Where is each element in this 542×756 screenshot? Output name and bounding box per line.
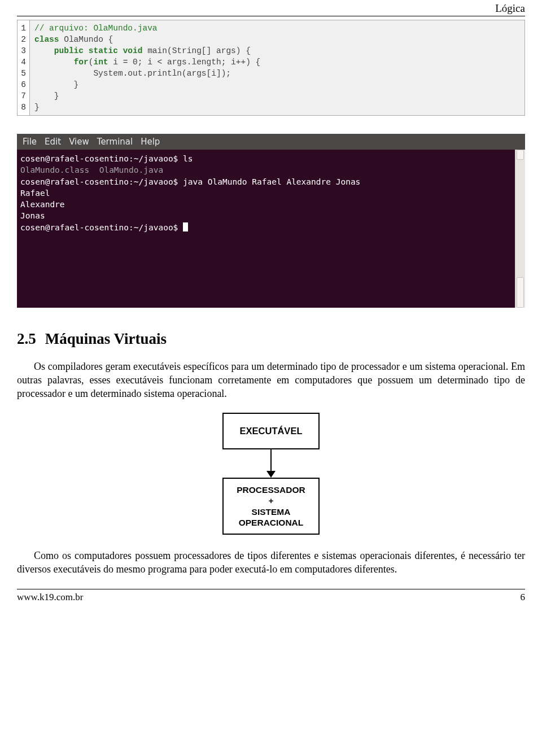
section-title: Máquinas Virtuais [45,330,167,347]
terminal-body[interactable]: cosen@rafael-cosentino:~/javaoo$ ls OlaM… [17,150,515,308]
diagram: EXECUTÁVEL PROCESSADOR + SISTEMA OPERACI… [17,413,525,535]
lineno: 4 [19,56,26,68]
code-kw: class [34,35,59,44]
code-text: } [34,80,78,89]
code-text: } [34,103,40,112]
lineno: 7 [19,90,26,102]
diagram-box-executavel: EXECUTÁVEL [222,413,320,449]
page-header: Lógica [17,0,525,16]
lineno: 6 [19,79,26,90]
code-text: i = 0; i < args.length; i++) { [108,58,261,67]
code-text: System.out.println(args[i]); [34,69,231,78]
diagram-text: SISTEMA [227,506,315,517]
lineno: 5 [19,68,26,79]
code-content: // arquivo: OlaMundo.java class OlaMundo… [30,20,524,115]
terminal-cursor-icon [183,222,188,231]
diagram-box-processador: PROCESSADOR + SISTEMA OPERACIONAL [222,478,320,535]
code-kw: for [74,58,89,67]
page-footer: www.k19.com.br 6 [17,589,525,603]
terminal-line: cosen@rafael-cosentino:~/javaoo$ [20,223,183,232]
lineno: 3 [19,45,26,56]
diagram-text: + [227,495,315,506]
terminal-line: cosen@rafael-cosentino:~/javaoo$ java Ol… [20,177,360,186]
terminal-line: Alexandre [20,200,65,209]
terminal-line: cosen@rafael-cosentino:~/javaoo$ ls [20,154,193,163]
footer-url: www.k19.com.br [17,592,83,603]
menu-terminal[interactable]: Terminal [97,137,133,147]
chapter-title: Lógica [495,2,525,14]
code-kw: public static void [54,46,143,55]
terminal-menubar: File Edit View Terminal Help [17,134,525,150]
code-kw: int [93,58,108,67]
scrollbar-thumb[interactable] [517,150,524,160]
terminal-window: File Edit View Terminal Help cosen@rafae… [17,134,525,308]
terminal-line: Jonas [20,211,45,220]
code-listing: 1 2 3 4 5 6 7 8 // arquivo: OlaMundo.jav… [17,20,525,116]
code-text: main(String[] args) { [142,46,250,55]
lineno: 1 [19,23,26,34]
menu-view[interactable]: View [69,137,89,147]
menu-edit[interactable]: Edit [45,137,61,147]
body-paragraph: Os compiladores geram executáveis especí… [17,360,525,400]
lineno: 8 [19,102,26,113]
scrollbar-thumb[interactable] [517,277,524,308]
code-text: OlaMundo { [59,35,113,44]
code-line: // arquivo: OlaMundo.java [34,24,158,33]
code-text: } [34,91,59,100]
lineno: 2 [19,34,26,45]
terminal-line: OlaMundo.class OlaMundo.java [20,165,163,174]
diagram-text: OPERACIONAL [227,517,315,528]
section-heading: 2.5Máquinas Virtuais [17,330,525,348]
section-number: 2.5 [17,330,36,347]
arrow-down-icon [266,449,276,478]
body-paragraph: Como os computadores possuem processador… [17,549,525,576]
code-linenumbers: 1 2 3 4 5 6 7 8 [18,20,30,115]
diagram-text: PROCESSADOR [227,484,315,495]
terminal-line: Rafael [20,189,50,198]
menu-file[interactable]: File [23,137,37,147]
terminal-scrollbar[interactable] [515,150,525,308]
menu-help[interactable]: Help [141,137,160,147]
footer-pagenum: 6 [521,592,526,603]
